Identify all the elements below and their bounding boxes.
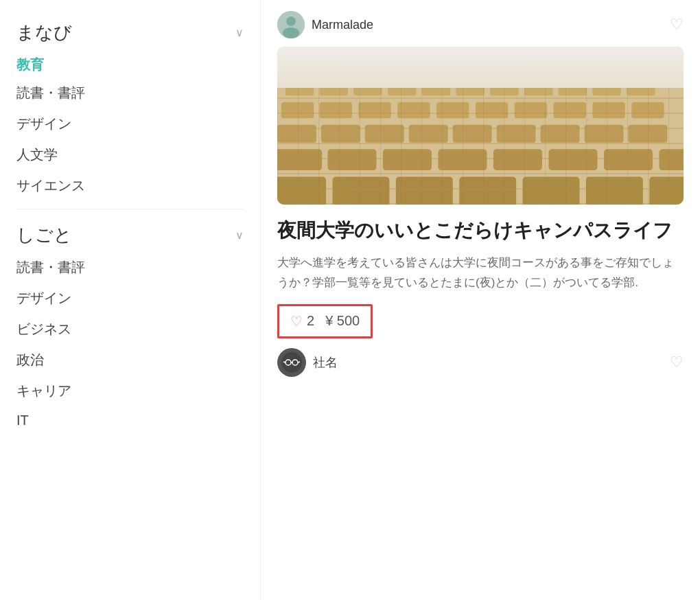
stats-highlight-box: ♡ 2 ¥ 500 <box>277 304 373 338</box>
sidebar-item-dokusho-shigoto[interactable]: 読書・書評 <box>16 258 244 277</box>
sidebar-item-design-shigoto[interactable]: デザイン <box>16 289 244 308</box>
shigoto-title: しごと <box>16 223 72 247</box>
svg-rect-25 <box>436 102 469 119</box>
svg-rect-34 <box>409 125 448 143</box>
card2-header: 社名 ♡ <box>277 338 684 380</box>
svg-point-1 <box>286 16 296 26</box>
svg-rect-21 <box>281 102 314 119</box>
card2-author: 社名 <box>277 348 338 377</box>
svg-rect-37 <box>541 125 580 143</box>
card1-bookmark-icon[interactable]: ♡ <box>670 16 684 34</box>
sidebar-item-business[interactable]: ビジネス <box>16 320 244 338</box>
card2-avatar <box>277 348 306 377</box>
svg-rect-47 <box>659 149 684 170</box>
lecture-hall-bg <box>277 47 684 205</box>
svg-rect-30 <box>631 102 664 119</box>
card1-author-name: Marmalade <box>312 18 373 32</box>
card1-header: Marmalade ♡ <box>277 0 684 47</box>
svg-rect-22 <box>320 102 352 119</box>
ceiling <box>277 47 684 88</box>
svg-line-60 <box>298 362 300 362</box>
price-stat: ¥ 500 <box>325 313 360 329</box>
sidebar-item-dokusho-manabi[interactable]: 読書・書評 <box>16 84 244 102</box>
svg-line-59 <box>283 362 285 362</box>
sidebar-item-jinbungaku[interactable]: 人文学 <box>16 146 244 164</box>
svg-rect-35 <box>453 125 492 143</box>
sidebar-item-science[interactable]: サイエンス <box>16 176 244 195</box>
avatar <box>277 11 305 38</box>
svg-rect-26 <box>476 102 508 119</box>
sidebar: まなび ∨ 教育 読書・書評 デザイン 人文学 サイエンス しごと ∨ 読書・書… <box>0 0 261 600</box>
svg-point-2 <box>283 27 299 38</box>
stats-row-wrapper: ♡ 2 ¥ 500 <box>277 304 373 338</box>
manabi-title: まなび <box>16 21 72 45</box>
sidebar-item-seiji[interactable]: 政治 <box>16 351 244 369</box>
svg-rect-33 <box>365 125 404 143</box>
card2-bookmark-icon[interactable]: ♡ <box>670 354 684 371</box>
heart-outline-icon: ♡ <box>290 313 303 330</box>
svg-rect-29 <box>592 102 625 119</box>
svg-rect-52 <box>523 177 580 205</box>
likes-count: 2 <box>307 313 314 329</box>
svg-rect-27 <box>515 102 547 119</box>
svg-rect-42 <box>383 149 432 170</box>
svg-rect-44 <box>493 149 542 170</box>
svg-rect-45 <box>548 149 597 170</box>
svg-rect-46 <box>604 149 653 170</box>
article-image <box>277 47 684 205</box>
svg-rect-24 <box>397 102 430 119</box>
card2-avatar-icon <box>281 352 302 373</box>
card2-author-name: 社名 <box>313 354 338 371</box>
svg-rect-48 <box>277 177 326 205</box>
manabi-section-header[interactable]: まなび ∨ <box>16 21 244 45</box>
manabi-chevron-icon[interactable]: ∨ <box>235 26 244 39</box>
svg-rect-53 <box>586 177 643 205</box>
sidebar-item-career[interactable]: キャリア <box>16 382 244 400</box>
sidebar-item-kyoiku-active[interactable]: 教育 <box>16 56 244 74</box>
sidebar-item-it[interactable]: IT <box>16 413 244 428</box>
svg-rect-41 <box>327 149 376 170</box>
svg-rect-40 <box>277 149 322 170</box>
article-title: 夜間大学のいいとこだらけキャンパスライフ <box>277 217 684 244</box>
shigoto-section-header[interactable]: しごと ∨ <box>16 223 244 247</box>
svg-rect-51 <box>459 177 516 205</box>
article-excerpt: 大学へ進学を考えている皆さんは大学に夜間コースがある事をご存知でしょうか？学部一… <box>277 253 684 293</box>
card1-author: Marmalade <box>277 11 373 38</box>
svg-rect-23 <box>358 102 390 119</box>
svg-rect-50 <box>396 177 453 205</box>
price-value: ¥ 500 <box>325 313 360 329</box>
svg-rect-32 <box>321 125 360 143</box>
svg-rect-28 <box>554 102 586 119</box>
svg-rect-43 <box>438 149 487 170</box>
sidebar-divider <box>16 209 244 209</box>
avatar-image <box>277 11 305 38</box>
shigoto-chevron-icon[interactable]: ∨ <box>235 229 244 242</box>
svg-rect-31 <box>277 125 316 143</box>
main-content: Marmalade ♡ <box>261 0 700 600</box>
sidebar-item-design-manabi[interactable]: デザイン <box>16 115 244 133</box>
svg-rect-9 <box>277 77 684 205</box>
svg-rect-49 <box>333 177 390 205</box>
likes-stat: ♡ 2 <box>290 313 314 330</box>
svg-rect-54 <box>649 177 684 205</box>
svg-rect-36 <box>497 125 536 143</box>
svg-rect-38 <box>585 125 624 143</box>
svg-rect-39 <box>628 125 667 143</box>
